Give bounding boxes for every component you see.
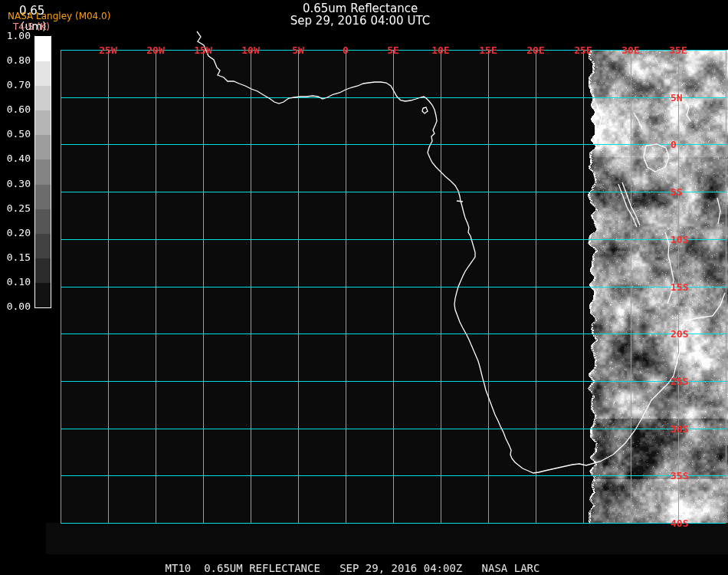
colorbar-tick: 1.00 [2,30,31,41]
lat-label: 20S [671,328,688,340]
colorbar-tick: 0.50 [2,128,31,140]
meridian-line [726,50,726,523]
lon-label: 30E [621,44,639,56]
colorbar-tick: 0.25 [2,202,31,214]
colorbar-tick: 0.30 [2,178,31,189]
lat-label: 5N [671,92,683,104]
parallel-line [61,97,726,98]
parallel-line [61,523,726,524]
data-source-label: NASA Langley (M04.0) [8,11,110,21]
colorbar-tick: 0.00 [2,301,31,312]
lon-label: 15E [479,44,497,56]
lon-label: 5E [387,44,399,56]
lat-label: 5S [671,186,683,198]
parallel-line [61,287,726,288]
lat-label: 0 [671,139,677,150]
colorbar-tick: 0.60 [2,104,31,115]
lat-label: 15S [671,281,688,293]
colorbar-tick: 0.40 [2,153,31,164]
parallel-line [61,192,726,192]
lat-label: 30S [671,423,688,435]
satellite-map-viewer: 25W20W15W10W5W05E10E15E20E25E30E35E5N05S… [0,0,728,575]
lon-label: 35E [669,44,687,56]
lon-label: 10W [241,44,259,56]
lon-label: 10E [431,44,449,56]
lon-label: 20E [526,44,544,56]
lon-label: 15W [194,44,212,56]
lat-label: 10S [671,234,688,245]
footer-caption: MT10 0.65UM REFLECTANCE SEP 29, 2016 04:… [0,562,717,574]
parallel-line [61,144,726,145]
lat-label: 25S [671,376,688,387]
lon-label: 20W [146,44,164,56]
parallel-line [61,239,726,240]
lon-label: 5W [292,44,304,56]
colorbar-tick: 0.10 [2,276,31,288]
below-map-band [46,523,728,554]
lon-label: 25E [574,44,592,56]
parallel-line [61,475,726,476]
lon-label: 25W [99,44,116,56]
colorbar-scale [34,36,51,308]
parallel-line [61,429,726,429]
lat-label: 40S [671,518,688,529]
colorbar-tick: 0.15 [2,251,31,263]
parallel-line [61,334,726,334]
lon-label: 0 [343,44,349,56]
parallel-line [61,381,726,382]
colorbar-tick: 0.80 [2,54,31,66]
lat-label: 35S [671,470,688,481]
colorbar-tick: 0.70 [2,79,31,90]
colorbar-tick: 0.20 [2,227,31,238]
